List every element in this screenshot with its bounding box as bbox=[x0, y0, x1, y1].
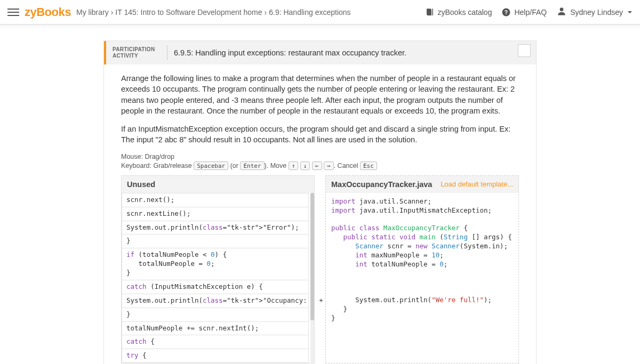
user-menu[interactable]: Sydney Lindsey bbox=[556, 6, 633, 18]
activity-description-1: Arrange the following lines to make a pr… bbox=[121, 73, 519, 116]
drag-list[interactable]: scnr.next();scnr.nextLine();System.out.p… bbox=[122, 193, 314, 363]
key-enter: Enter bbox=[240, 161, 264, 170]
breadcrumb: My library › IT 145: Intro to Software D… bbox=[76, 8, 351, 17]
hint-mouse: Mouse: Drag/drop bbox=[121, 153, 519, 160]
top-bar: zyBooks My library › IT 145: Intro to So… bbox=[0, 0, 640, 25]
code-area[interactable]: import java.util.Scanner; import java.ut… bbox=[326, 193, 518, 347]
key-right: → bbox=[324, 161, 334, 170]
activity-header: PARTICIPATION ACTIVITY 6.9.5: Handling i… bbox=[104, 41, 536, 64]
scrollbar[interactable] bbox=[310, 193, 314, 363]
drag-item[interactable]: try { bbox=[122, 349, 309, 363]
drag-item[interactable]: totalNumPeople += scnr.nextInt(); bbox=[122, 322, 309, 336]
help-icon: ? bbox=[501, 7, 511, 17]
logo[interactable]: zyBooks bbox=[25, 5, 71, 19]
activity-title: 6.9.5: Handling input exceptions: restau… bbox=[174, 48, 406, 57]
drag-item[interactable]: catch { bbox=[122, 335, 309, 349]
key-left: ← bbox=[312, 161, 322, 170]
progress-indicator bbox=[518, 44, 531, 57]
breadcrumb-section: 6.9: Handling exceptions bbox=[269, 8, 350, 17]
chevron-down-icon bbox=[627, 10, 633, 15]
activity-description-2: If an InputMismatchException exception o… bbox=[121, 124, 519, 145]
menu-icon[interactable] bbox=[7, 6, 19, 18]
code-panel: MaxOccupancyTracker.java Load default te… bbox=[325, 175, 519, 363]
drag-item[interactable]: scnr.nextLine(); bbox=[122, 207, 309, 221]
key-esc: Esc bbox=[360, 161, 377, 170]
catalog-link[interactable]: zyBooks catalog bbox=[425, 7, 492, 17]
svg-point-2 bbox=[560, 7, 564, 11]
unused-panel: Unused scnr.next();scnr.nextLine();Syste… bbox=[121, 175, 315, 363]
code-header: MaxOccupancyTracker.java Load default te… bbox=[326, 176, 518, 193]
load-default-link[interactable]: Load default template... bbox=[441, 180, 513, 188]
drag-item[interactable]: } bbox=[122, 308, 309, 322]
drag-item[interactable]: System.out.println(class="tk-str">"Occup… bbox=[122, 294, 309, 308]
book-icon bbox=[425, 7, 435, 17]
unused-header: Unused bbox=[122, 176, 314, 193]
activity-type-label: PARTICIPATION ACTIVITY bbox=[113, 46, 161, 59]
help-link[interactable]: ? Help/FAQ bbox=[501, 7, 547, 17]
drag-item[interactable]: if (totalNumPeople < 0) { totalNumPeople… bbox=[122, 248, 309, 280]
drag-item[interactable]: } bbox=[122, 234, 309, 248]
drag-item[interactable]: System.out.println(class="tk-str">"Error… bbox=[122, 221, 309, 235]
breadcrumb-library[interactable]: My library bbox=[76, 8, 109, 17]
activity-card: PARTICIPATION ACTIVITY 6.9.5: Handling i… bbox=[103, 41, 537, 364]
key-up: ↑ bbox=[289, 161, 299, 170]
avatar-icon bbox=[556, 6, 567, 18]
svg-text:?: ? bbox=[505, 9, 508, 15]
key-space: Spacebar bbox=[194, 161, 228, 170]
breadcrumb-course[interactable]: IT 145: Intro to Software Development ho… bbox=[115, 8, 262, 17]
key-down: ↓ bbox=[300, 161, 310, 170]
drag-item[interactable]: catch (InputMismatchException e) { bbox=[122, 280, 309, 294]
hint-keyboard: Keyboard: Grab/release Spacebar (or Ente… bbox=[121, 161, 519, 170]
drag-item[interactable]: scnr.next(); bbox=[122, 193, 309, 207]
